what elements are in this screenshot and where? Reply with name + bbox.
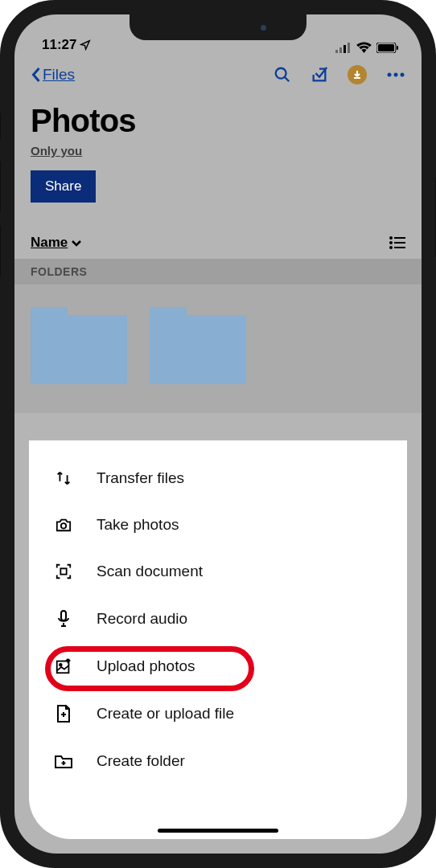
share-status[interactable]: Only you	[31, 144, 405, 158]
folder-item[interactable]	[31, 307, 127, 384]
phone-side-button	[0, 113, 1, 140]
sheet-item-label: Take photos	[97, 516, 179, 534]
checkbox-icon	[311, 66, 328, 84]
svg-point-11	[389, 236, 393, 240]
phone-frame: 11:27 Files	[0, 0, 436, 868]
svg-rect-1	[339, 47, 342, 53]
sheet-item-scan-document[interactable]: Scan document	[29, 548, 407, 595]
search-button[interactable]	[274, 66, 291, 84]
image-upload-icon	[53, 657, 74, 675]
sheet-item-label: Upload photos	[97, 657, 195, 675]
battery-icon	[376, 43, 399, 53]
sort-button[interactable]: Name	[31, 235, 82, 251]
svg-rect-12	[394, 237, 405, 239]
sheet-item-create-folder[interactable]: Create folder	[29, 738, 407, 784]
sort-label: Name	[31, 235, 68, 251]
svg-point-8	[388, 73, 392, 77]
sheet-item-take-photos[interactable]: Take photos	[29, 502, 407, 548]
list-view-icon	[389, 236, 405, 249]
svg-point-21	[60, 664, 62, 666]
svg-point-15	[389, 246, 393, 249]
svg-rect-3	[348, 43, 350, 53]
scan-icon	[53, 563, 74, 580]
screen: 11:27 Files	[14, 14, 422, 854]
microphone-icon	[53, 609, 74, 628]
folder-plus-icon	[53, 753, 74, 769]
svg-rect-6	[397, 46, 398, 50]
sheet-item-label: Create folder	[97, 752, 185, 770]
section-header-folders: FOLDERS	[14, 259, 422, 285]
svg-rect-19	[61, 611, 66, 620]
svg-point-10	[401, 73, 405, 77]
folder-item[interactable]	[150, 307, 246, 384]
view-toggle-button[interactable]	[389, 236, 405, 249]
wifi-icon	[356, 42, 372, 53]
svg-point-7	[276, 68, 286, 79]
phone-side-button	[0, 161, 1, 212]
sheet-item-label: Record audio	[97, 610, 187, 628]
home-indicator[interactable]	[158, 829, 278, 833]
ellipsis-icon	[386, 72, 405, 77]
download-badge-icon	[348, 65, 367, 84]
page-title: Photos	[31, 103, 405, 139]
svg-rect-16	[394, 247, 405, 248]
action-sheet-list: Transfer files Take photos Scan document	[29, 440, 407, 799]
more-button[interactable]	[386, 72, 405, 77]
chevron-left-icon	[31, 67, 41, 83]
svg-rect-14	[394, 242, 405, 244]
sheet-item-record-audio[interactable]: Record audio	[29, 595, 407, 643]
svg-rect-0	[335, 50, 338, 53]
sheet-item-transfer-files[interactable]: Transfer files	[29, 455, 407, 502]
action-sheet: Transfer files Take photos Scan document	[29, 440, 407, 839]
back-button[interactable]: Files	[31, 66, 75, 84]
main-content: Photos Only you Share Name FOLDERS	[14, 95, 422, 413]
chevron-down-icon	[71, 239, 82, 247]
sheet-item-upload-photos[interactable]: Upload photos	[29, 643, 407, 690]
cellular-icon	[335, 43, 352, 53]
file-plus-icon	[53, 704, 74, 723]
camera-icon	[53, 517, 74, 533]
transfer-icon	[53, 469, 74, 487]
sync-status-button[interactable]	[348, 65, 367, 84]
svg-rect-18	[60, 568, 66, 574]
svg-point-13	[389, 241, 393, 244]
status-time: 11:27	[42, 37, 76, 53]
sheet-item-label: Transfer files	[97, 469, 184, 487]
search-icon	[274, 66, 291, 84]
sheet-item-label: Create or upload file	[97, 705, 234, 723]
folder-grid	[14, 285, 422, 413]
sheet-item-create-upload-file[interactable]: Create or upload file	[29, 690, 407, 738]
location-icon	[80, 39, 91, 51]
svg-point-9	[394, 73, 398, 77]
svg-rect-5	[378, 44, 394, 51]
share-button[interactable]: Share	[31, 170, 96, 203]
phone-side-button	[0, 225, 1, 276]
svg-rect-2	[343, 45, 346, 53]
nav-bar: Files	[14, 55, 422, 95]
select-button[interactable]	[311, 66, 328, 84]
back-label: Files	[43, 66, 75, 84]
svg-point-17	[61, 523, 66, 528]
notch	[130, 14, 306, 40]
sheet-item-label: Scan document	[97, 563, 203, 580]
front-camera	[261, 25, 266, 31]
